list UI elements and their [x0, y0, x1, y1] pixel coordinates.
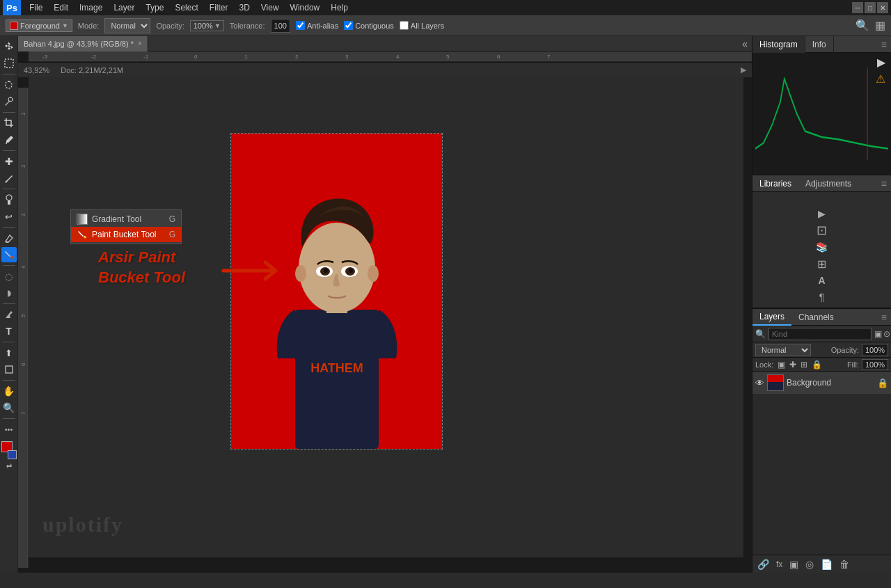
layers-panel: Layers Channels ≡ 🔍 ▣ ⊙ T ◻ ✤ ◉: [752, 308, 891, 573]
extra-tools[interactable]: •••: [1, 422, 17, 437]
layer-link-icon[interactable]: 🔗: [755, 559, 771, 570]
opacity-blend-input[interactable]: [862, 344, 888, 356]
svg-text:-2: -2: [91, 54, 97, 60]
color-picker[interactable]: [0, 441, 18, 459]
path-select-tool[interactable]: ⬆: [1, 345, 17, 360]
rect-select-tool[interactable]: [1, 56, 17, 71]
mode-select[interactable]: Normal: [104, 18, 150, 33]
tolerance-input[interactable]: 100: [271, 19, 290, 33]
tab-close-icon[interactable]: ×: [138, 40, 142, 47]
contiguous-checkbox[interactable]: [344, 21, 353, 30]
shape-tool[interactable]: [1, 362, 17, 377]
all-layers-checkbox[interactable]: [400, 21, 409, 30]
adjustments-tab[interactable]: Adjustments: [798, 175, 858, 192]
svg-text:6: 6: [20, 363, 26, 366]
fill-input[interactable]: [862, 359, 888, 370]
eyedropper-tool[interactable]: [1, 132, 17, 148]
menu-file[interactable]: File: [24, 1, 48, 14]
opacity-control[interactable]: 100% ▼: [190, 20, 224, 31]
histogram-play-button[interactable]: ▶: [877, 56, 885, 69]
hand-tool[interactable]: ✋: [1, 383, 17, 399]
minimize-button[interactable]: ─: [852, 2, 863, 13]
zoom-tool[interactable]: 🔍: [1, 400, 17, 415]
background-color[interactable]: [8, 450, 17, 459]
libraries-tab[interactable]: Libraries: [752, 175, 798, 192]
paint-bucket-tool-option[interactable]: Paint Bucket Tool G: [71, 227, 181, 242]
healing-tool[interactable]: ✚: [1, 154, 17, 169]
layer-fx-icon[interactable]: fx: [774, 559, 784, 569]
menu-view[interactable]: View: [255, 1, 285, 14]
lock-pixels-icon[interactable]: ▣: [778, 360, 785, 370]
swap-colors-icon[interactable]: ⇄: [6, 462, 12, 470]
maximize-button[interactable]: □: [865, 2, 876, 13]
brush-tool[interactable]: [1, 170, 17, 186]
antialias-check[interactable]: Anti-alias: [296, 21, 338, 30]
layer-visibility-icon[interactable]: 👁: [755, 378, 764, 388]
histogram-tab[interactable]: Histogram: [752, 36, 805, 53]
antialias-checkbox[interactable]: [296, 21, 305, 30]
pen-tool[interactable]: [1, 307, 17, 322]
workspace-icon[interactable]: ▦: [875, 19, 885, 32]
menu-3d[interactable]: 3D: [233, 1, 255, 14]
layers-tab[interactable]: Layers: [752, 309, 791, 326]
info-tab[interactable]: Info: [805, 36, 834, 53]
delete-layer-icon[interactable]: 🗑: [837, 559, 851, 570]
svg-text:-3: -3: [42, 54, 48, 60]
paragraph-icon[interactable]: ¶: [814, 289, 830, 305]
contiguous-label: Contiguous: [355, 22, 394, 30]
canvas-viewport[interactable]: HATHEM: [29, 77, 743, 557]
close-button[interactable]: ✕: [877, 2, 888, 13]
gradient-tool-option[interactable]: Gradient Tool G: [71, 212, 181, 227]
layer-mask-icon[interactable]: ▣: [787, 559, 801, 570]
blend-mode-select[interactable]: Normal: [755, 344, 811, 356]
layers-options-icon[interactable]: ≡: [877, 312, 891, 323]
eraser-tool[interactable]: [1, 230, 17, 246]
library-icon[interactable]: 📚: [814, 239, 830, 255]
text-tool[interactable]: T: [1, 324, 17, 339]
move-tool[interactable]: [1, 39, 17, 54]
blur-tool[interactable]: ◌: [1, 269, 17, 284]
align-icon[interactable]: ⊞: [814, 256, 830, 271]
all-layers-check[interactable]: All Layers: [400, 21, 444, 30]
background-layer[interactable]: 👁 Background 🔒: [752, 372, 891, 394]
foreground-selector[interactable]: Foreground ▼: [6, 19, 72, 32]
channels-tab[interactable]: Channels: [791, 309, 841, 326]
pixel-filter-icon[interactable]: ▣: [874, 329, 882, 339]
menu-bar: Ps File Edit Image Layer Type Select Fil…: [0, 0, 891, 15]
panel-toggle[interactable]: «: [738, 38, 752, 49]
document-tab[interactable]: Bahan 4.jpg @ 43,9% (RGB/8) * ×: [18, 36, 148, 51]
adjust-filter-icon[interactable]: ⊙: [883, 329, 890, 339]
histogram-options-icon[interactable]: ≡: [877, 39, 891, 50]
magic-wand-tool[interactable]: [1, 94, 17, 109]
crop-tool[interactable]: [1, 116, 17, 131]
histogram-panel-tabs: Histogram Info ≡: [752, 36, 891, 53]
play-action-icon[interactable]: ▶: [814, 206, 830, 221]
libraries-options-icon[interactable]: ≡: [877, 178, 891, 189]
menu-layer[interactable]: Layer: [108, 1, 140, 14]
menu-window[interactable]: Window: [285, 1, 326, 14]
scroll-right-arrow[interactable]: ▶: [741, 65, 746, 74]
menu-filter[interactable]: Filter: [204, 1, 234, 14]
lasso-tool[interactable]: [1, 77, 17, 93]
history-brush-tool[interactable]: ↩: [1, 209, 17, 224]
lock-all-icon[interactable]: 🔒: [812, 360, 822, 370]
menu-edit[interactable]: Edit: [48, 1, 74, 14]
layer-adj-icon[interactable]: ◎: [803, 559, 816, 570]
lock-position-icon[interactable]: ✚: [789, 360, 796, 370]
paint-bucket-tool[interactable]: [1, 247, 17, 262]
menu-type[interactable]: Type: [140, 1, 169, 14]
clone-stamp-tool[interactable]: [1, 192, 17, 207]
contiguous-check[interactable]: Contiguous: [344, 21, 394, 30]
menu-image[interactable]: Image: [74, 1, 108, 14]
svg-text:5: 5: [20, 314, 26, 317]
new-layer-icon[interactable]: 📄: [819, 559, 835, 570]
search-icon[interactable]: 🔍: [855, 19, 869, 32]
character-icon[interactable]: A: [814, 273, 830, 288]
dodge-tool[interactable]: ◗: [1, 285, 17, 301]
svg-text:5: 5: [446, 54, 450, 60]
layers-kind-input[interactable]: [768, 328, 872, 340]
content-aware-icon[interactable]: ⊡: [814, 223, 830, 238]
menu-help[interactable]: Help: [325, 1, 354, 14]
lock-artboard-icon[interactable]: ⊞: [801, 360, 807, 370]
menu-select[interactable]: Select: [169, 1, 203, 14]
